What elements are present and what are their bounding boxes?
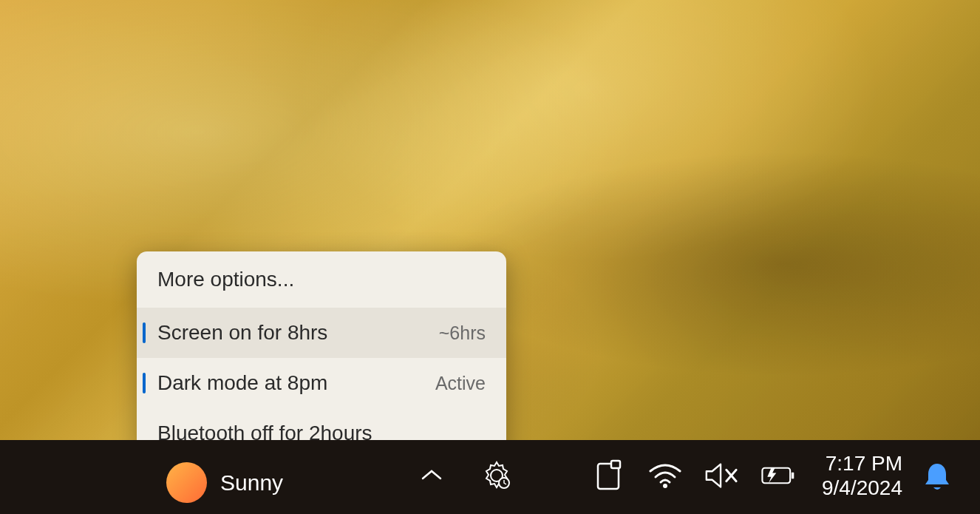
show-hidden-icons[interactable] [414,458,449,493]
weather-widget[interactable]: Sunny [166,462,283,503]
options-popup-menu: More options... Screen on for 8hrs ~6hrs… [137,251,506,459]
gear-icon [480,459,513,492]
screen-on-value: ~6hrs [439,322,486,344]
active-indicator [143,322,146,343]
screen-on-label: Screen on for 8hrs [157,321,327,345]
sun-icon [166,462,207,503]
dark-mode-item[interactable]: Dark mode at 8pm Active [137,358,506,408]
date-display: 9/4/2024 [822,476,902,501]
screen-on-item[interactable]: Screen on for 8hrs ~6hrs [137,308,506,358]
more-options-label: More options... [157,268,294,291]
notification-button[interactable] [922,461,952,493]
svg-point-3 [663,484,667,488]
system-tray [591,458,795,493]
svg-rect-2 [611,461,620,468]
drive-tray-icon[interactable] [591,458,627,493]
svg-rect-4 [762,468,790,484]
dark-mode-value: Active [435,373,486,394]
more-options-item[interactable]: More options... [137,251,506,308]
dark-mode-label: Dark mode at 8pm [157,371,327,395]
datetime-display[interactable]: 7:17 PM 9/4/2024 [822,451,902,501]
wifi-icon [647,461,683,490]
wifi-tray-icon[interactable] [647,458,683,493]
settings-tray-icon[interactable] [479,458,514,493]
time-display: 7:17 PM [822,451,902,476]
drive-icon [595,459,623,492]
volume-tray-icon[interactable] [704,458,739,493]
taskbar: Sunny [0,440,980,514]
active-indicator [143,373,146,393]
weather-condition: Sunny [220,470,283,496]
bell-icon [922,461,952,493]
battery-charging-icon [760,462,795,489]
svg-rect-5 [792,473,794,479]
battery-tray-icon[interactable] [760,458,795,493]
taskbar-center [414,458,514,493]
chevron-up-icon [420,468,443,483]
volume-muted-icon [704,461,739,490]
